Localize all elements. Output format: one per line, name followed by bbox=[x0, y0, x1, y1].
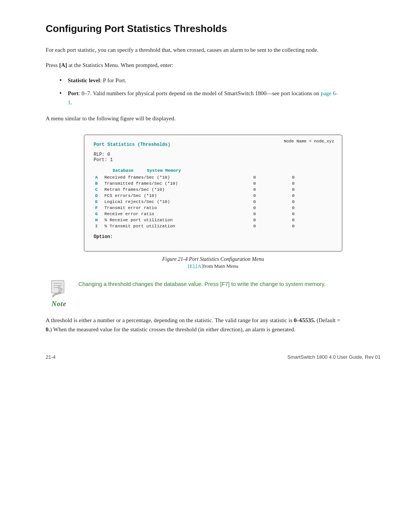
terminal-row: H % Receive port utilization 0 0 bbox=[94, 217, 333, 223]
terminal-row: B Transmitted frames/Sec (*10) 0 0 bbox=[94, 180, 333, 186]
figure-area: Node Name = node_xyz Port Statistics (Th… bbox=[84, 134, 342, 269]
terminal-row-sm: 0 bbox=[287, 223, 333, 229]
terminal-node-name: Node Name = node_xyz bbox=[284, 139, 334, 144]
bullet-1-rest: : P for Port. bbox=[100, 77, 126, 83]
body-paragraph: A threshold is either a number or a perc… bbox=[46, 316, 342, 334]
terminal-row-db: 0 bbox=[247, 174, 287, 180]
terminal-row-desc: Retran frames/Sec (*10) bbox=[103, 186, 246, 192]
bullet-list: Statistic level: P for Port. Port: 0–7. … bbox=[61, 76, 381, 107]
terminal-row-desc: Transmit error ratio bbox=[103, 204, 246, 211]
terminal-row-sm: 0 bbox=[287, 211, 333, 217]
terminal-row-desc: Received frames/Sec (*10) bbox=[103, 174, 246, 180]
col-system-memory-header: System Memory bbox=[147, 168, 189, 173]
figure-sub-rest: from Main Menu bbox=[203, 263, 238, 269]
figure-sub-caption: [E],[A]from Main Menu bbox=[84, 263, 342, 269]
svg-rect-0 bbox=[51, 281, 64, 293]
terminal-box: Node Name = node_xyz Port Statistics (Th… bbox=[84, 134, 342, 252]
terminal-option: Option: bbox=[94, 234, 333, 240]
note-label: Note bbox=[51, 300, 66, 308]
intro-paragraph-2: Press [A] at the Statistics Menu. When p… bbox=[46, 61, 342, 70]
terminal-row-db: 0 bbox=[247, 186, 287, 192]
bullet-2-end: . bbox=[71, 99, 72, 105]
terminal-row-key: A bbox=[94, 174, 103, 180]
terminal-row-sm: 0 bbox=[287, 174, 333, 180]
terminal-row-sm: 0 bbox=[287, 186, 333, 192]
terminal-row-db: 0 bbox=[247, 198, 287, 204]
terminal-row-desc: Logical rejects/Sec (*10) bbox=[103, 198, 246, 204]
terminal-row-sm: 0 bbox=[287, 217, 333, 223]
terminal-table: A Received frames/Sec (*10) 0 0 B Transm… bbox=[94, 174, 333, 229]
terminal-row: A Received frames/Sec (*10) 0 0 bbox=[94, 174, 333, 180]
terminal-row-key: C bbox=[94, 186, 103, 192]
terminal-row-db: 0 bbox=[247, 211, 287, 217]
footer-guide-title: SmartSwitch 1800 4.0 User Guide, Rev 01 bbox=[287, 354, 381, 360]
terminal-row-key: I bbox=[94, 223, 103, 229]
terminal-row: F Transmit error ratio 0 0 bbox=[94, 204, 333, 211]
terminal-port: Port: 1 bbox=[94, 157, 333, 163]
terminal-row-db: 0 bbox=[247, 223, 287, 229]
note-icon: Note bbox=[46, 278, 72, 308]
note-box: Note Changing a threshold changes the da… bbox=[46, 278, 342, 308]
footer: 21-4 SmartSwitch 1800 4.0 User Guide, Re… bbox=[0, 354, 411, 360]
terminal-row-desc: % Transmit port utilization bbox=[103, 223, 246, 229]
terminal-row-key: H bbox=[94, 217, 103, 223]
intro-paragraph-1: For each port statistic, you can specify… bbox=[46, 45, 342, 54]
terminal-row-desc: Transmitted frames/Sec (*10) bbox=[103, 180, 246, 186]
terminal-row-desc: % Receive port utilization bbox=[103, 217, 246, 223]
terminal-row-key: G bbox=[94, 211, 103, 217]
figure-caption: Figure 21-4 Port Statistics Configuratio… bbox=[84, 256, 342, 262]
col-database-header: Database bbox=[113, 168, 147, 173]
terminal-row-key: F bbox=[94, 204, 103, 211]
terminal-row-db: 0 bbox=[247, 180, 287, 186]
bullet-item-2: Port: 0–7. Valid numbers for physical po… bbox=[61, 89, 339, 107]
bullet-2-bold: Port bbox=[68, 90, 78, 96]
figure-sub-teal: [E],[A] bbox=[188, 263, 203, 269]
bullet-1-bold: Statistic level bbox=[68, 77, 100, 83]
terminal-row-sm: 0 bbox=[287, 204, 333, 211]
bullet-2-text: : 0–7. Valid numbers for physical ports … bbox=[78, 90, 320, 96]
terminal-row: I % Transmit port utilization 0 0 bbox=[94, 223, 333, 229]
terminal-row-sm: 0 bbox=[287, 198, 333, 204]
terminal-row: D FCS errors/Sec (*10) 0 0 bbox=[94, 192, 333, 198]
terminal-row: G Receive error ratio 0 0 bbox=[94, 211, 333, 217]
note-text: Changing a threshold changes the databas… bbox=[78, 278, 325, 288]
footer-page-number: 21-4 bbox=[46, 354, 56, 360]
terminal-row-db: 0 bbox=[247, 204, 287, 211]
terminal-row-desc: FCS errors/Sec (*10) bbox=[103, 192, 246, 198]
terminal-row-sm: 0 bbox=[287, 180, 333, 186]
note-hand-icon bbox=[49, 278, 70, 299]
terminal-row-key: B bbox=[94, 180, 103, 186]
terminal-rlp: RLP: 0 bbox=[94, 152, 333, 157]
terminal-column-headers: Database System Memory bbox=[113, 168, 333, 173]
page-title: Configuring Port Statistics Thresholds bbox=[46, 23, 381, 35]
menu-intro: A menu similar to the following figure w… bbox=[46, 114, 342, 123]
terminal-row: E Logical rejects/Sec (*10) 0 0 bbox=[94, 198, 333, 204]
terminal-row-db: 0 bbox=[247, 192, 287, 198]
terminal-row-key: D bbox=[94, 192, 103, 198]
terminal-rlp-port: RLP: 0 Port: 1 bbox=[94, 152, 333, 163]
terminal-row-desc: Receive error ratio bbox=[103, 211, 246, 217]
bullet-item-1: Statistic level: P for Port. bbox=[61, 76, 339, 85]
terminal-row-key: E bbox=[94, 198, 103, 204]
terminal-row: C Retran frames/Sec (*10) 0 0 bbox=[94, 186, 333, 192]
terminal-row-sm: 0 bbox=[287, 192, 333, 198]
terminal-row-db: 0 bbox=[247, 217, 287, 223]
page: Configuring Port Statistics Thresholds F… bbox=[0, 0, 411, 371]
